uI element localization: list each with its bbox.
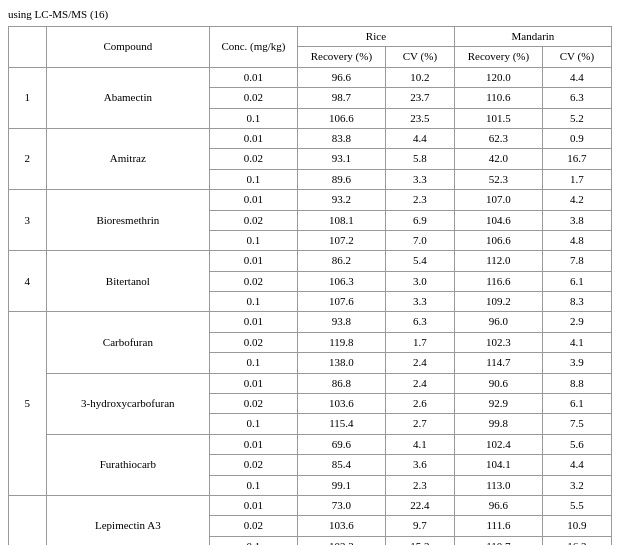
cell-rice-recovery: 138.0 <box>297 353 385 373</box>
col-header-mandarin-cv: CV (%) <box>542 47 611 67</box>
cell-mandarin-recovery: 102.4 <box>454 434 542 454</box>
cell-rice-cv: 23.5 <box>385 108 454 128</box>
cell-mandarin-recovery: 52.3 <box>454 169 542 189</box>
cell-mandarin-cv: 16.3 <box>542 536 611 545</box>
cell-rice-recovery: 86.8 <box>297 373 385 393</box>
cell-rice-cv: 4.4 <box>385 128 454 148</box>
cell-mandarin-recovery: 96.0 <box>454 312 542 332</box>
table-row: 5Carbofuran0.0193.86.396.02.9 <box>9 312 612 332</box>
table-row: 6Lepimectin A30.0173.022.496.65.5 <box>9 495 612 515</box>
cell-conc: 0.01 <box>210 434 298 454</box>
cell-rice-cv: 23.7 <box>385 88 454 108</box>
cell-no: 4 <box>9 251 47 312</box>
cell-no: 3 <box>9 190 47 251</box>
cell-mandarin-recovery: 101.5 <box>454 108 542 128</box>
cell-rice-cv: 2.3 <box>385 475 454 495</box>
cell-mandarin-cv: 0.9 <box>542 128 611 148</box>
data-table: Compound Conc. (mg/kg) Rice Mandarin Rec… <box>8 26 612 545</box>
cell-mandarin-cv: 4.2 <box>542 190 611 210</box>
cell-conc: 0.01 <box>210 373 298 393</box>
cell-rice-recovery: 107.2 <box>297 230 385 250</box>
cell-conc: 0.02 <box>210 455 298 475</box>
cell-mandarin-recovery: 109.2 <box>454 292 542 312</box>
cell-rice-cv: 6.3 <box>385 312 454 332</box>
cell-mandarin-recovery: 114.7 <box>454 353 542 373</box>
cell-mandarin-recovery: 120.0 <box>454 67 542 87</box>
cell-rice-cv: 1.7 <box>385 332 454 352</box>
cell-conc: 0.02 <box>210 88 298 108</box>
col-header-rice-recovery: Recovery (%) <box>297 47 385 67</box>
table-row: 3Bioresmethrin0.0193.22.3107.04.2 <box>9 190 612 210</box>
cell-rice-recovery: 102.2 <box>297 536 385 545</box>
cell-compound: Bitertanol <box>46 251 209 312</box>
col-header-conc: Conc. (mg/kg) <box>210 27 298 68</box>
cell-conc: 0.02 <box>210 149 298 169</box>
cell-rice-cv: 9.7 <box>385 516 454 536</box>
cell-rice-recovery: 106.3 <box>297 271 385 291</box>
cell-mandarin-cv: 5.2 <box>542 108 611 128</box>
cell-mandarin-cv: 4.4 <box>542 455 611 475</box>
cell-rice-cv: 3.3 <box>385 292 454 312</box>
cell-mandarin-recovery: 96.6 <box>454 495 542 515</box>
cell-compound: Amitraz <box>46 128 209 189</box>
cell-mandarin-recovery: 99.8 <box>454 414 542 434</box>
cell-rice-recovery: 115.4 <box>297 414 385 434</box>
cell-mandarin-recovery: 110.6 <box>454 88 542 108</box>
cell-conc: 0.01 <box>210 128 298 148</box>
cell-rice-recovery: 89.6 <box>297 169 385 189</box>
cell-rice-cv: 4.1 <box>385 434 454 454</box>
cell-conc: 0.01 <box>210 495 298 515</box>
cell-mandarin-cv: 1.7 <box>542 169 611 189</box>
cell-mandarin-recovery: 102.3 <box>454 332 542 352</box>
cell-rice-recovery: 69.6 <box>297 434 385 454</box>
cell-mandarin-recovery: 90.6 <box>454 373 542 393</box>
cell-rice-recovery: 73.0 <box>297 495 385 515</box>
cell-compound: Furathiocarb <box>46 434 209 495</box>
col-header-rice: Rice <box>297 27 454 47</box>
table-row: 4Bitertanol0.0186.25.4112.07.8 <box>9 251 612 271</box>
table-row: 3-hydroxycarbofuran0.0186.82.490.68.8 <box>9 373 612 393</box>
cell-rice-recovery: 85.4 <box>297 455 385 475</box>
cell-mandarin-cv: 4.4 <box>542 67 611 87</box>
cell-conc: 0.1 <box>210 414 298 434</box>
cell-mandarin-cv: 2.9 <box>542 312 611 332</box>
title-text: using LC-MS/MS (16) <box>8 8 612 20</box>
cell-conc: 0.02 <box>210 271 298 291</box>
table-row: Furathiocarb0.0169.64.1102.45.6 <box>9 434 612 454</box>
cell-conc: 0.01 <box>210 190 298 210</box>
cell-conc: 0.01 <box>210 312 298 332</box>
cell-mandarin-cv: 8.3 <box>542 292 611 312</box>
cell-rice-cv: 7.0 <box>385 230 454 250</box>
col-header-mandarin-recovery: Recovery (%) <box>454 47 542 67</box>
table-row: 1Abamectin0.0196.610.2120.04.4 <box>9 67 612 87</box>
col-header-no <box>9 27 47 68</box>
cell-rice-cv: 6.9 <box>385 210 454 230</box>
cell-rice-recovery: 93.2 <box>297 190 385 210</box>
cell-mandarin-recovery: 111.6 <box>454 516 542 536</box>
cell-no: 1 <box>9 67 47 128</box>
table-row: 2Amitraz0.0183.84.462.30.9 <box>9 128 612 148</box>
cell-rice-recovery: 108.1 <box>297 210 385 230</box>
cell-conc: 0.02 <box>210 394 298 414</box>
cell-rice-recovery: 83.8 <box>297 128 385 148</box>
cell-mandarin-recovery: 62.3 <box>454 128 542 148</box>
cell-conc: 0.1 <box>210 169 298 189</box>
cell-mandarin-recovery: 104.6 <box>454 210 542 230</box>
cell-mandarin-recovery: 113.0 <box>454 475 542 495</box>
cell-conc: 0.02 <box>210 332 298 352</box>
cell-mandarin-cv: 3.2 <box>542 475 611 495</box>
cell-mandarin-cv: 6.3 <box>542 88 611 108</box>
cell-rice-recovery: 103.6 <box>297 516 385 536</box>
cell-conc: 0.1 <box>210 230 298 250</box>
col-header-rice-cv: CV (%) <box>385 47 454 67</box>
cell-mandarin-cv: 5.6 <box>542 434 611 454</box>
cell-mandarin-cv: 6.1 <box>542 394 611 414</box>
cell-mandarin-cv: 7.5 <box>542 414 611 434</box>
cell-conc: 0.01 <box>210 67 298 87</box>
cell-mandarin-recovery: 116.6 <box>454 271 542 291</box>
cell-rice-recovery: 99.1 <box>297 475 385 495</box>
col-header-mandarin: Mandarin <box>454 27 611 47</box>
cell-rice-cv: 2.3 <box>385 190 454 210</box>
cell-conc: 0.1 <box>210 475 298 495</box>
cell-rice-cv: 3.0 <box>385 271 454 291</box>
